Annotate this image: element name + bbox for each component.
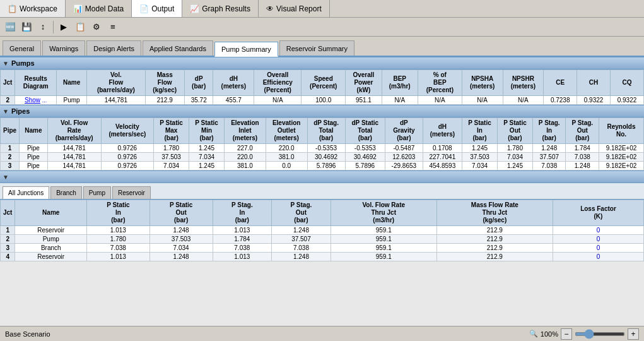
main-content: ▼ Pumps Jct ResultsDiagram Name Vol.Flow… — [0, 57, 644, 341]
pipe-col-reynolds: ReynoldsNo. — [599, 118, 644, 144]
tab-reservoir-summary[interactable]: Reservoir Summary — [279, 40, 354, 56]
pipe-pstin: 37.503 — [462, 153, 498, 162]
jct-massflow: 212.9 — [436, 253, 553, 261]
jct-collapse-arrow: ▼ — [3, 174, 9, 181]
list-button[interactable]: ≡ — [105, 20, 120, 35]
pipe-velocity: 0.9726 — [101, 153, 154, 162]
pipe-dpstagtotal: 5.7896 — [307, 162, 345, 170]
junction-tabs: All Junctions Branch Pump Reservoir — [0, 183, 644, 200]
jct-volflow: 959.1 — [331, 253, 436, 261]
pipe-pstatmax: 37.503 — [154, 153, 189, 162]
pump-col-results: ResultsDiagram — [15, 70, 56, 96]
jct-col-lossfactor: Loss Factor(K) — [553, 200, 643, 226]
pump-col-dh: dH(meters) — [213, 70, 254, 96]
pipe-pstout: 1.245 — [498, 162, 533, 170]
model-icon: 📊 — [73, 4, 83, 13]
jct-name: Reservoir — [15, 253, 87, 261]
pipe-elevout: 220.0 — [266, 144, 307, 153]
pump-col-dp: dP(bar) — [185, 70, 213, 96]
tab-general[interactable]: General — [3, 40, 41, 56]
pump-col-cq: CQ — [611, 70, 644, 96]
pumps-collapse-arrow: ▼ — [3, 60, 9, 67]
pump-beppct: N/A — [418, 96, 462, 105]
eye-icon: 👁 — [266, 4, 274, 13]
jct-lossfactor: 0 — [553, 235, 643, 244]
pump-dh: 455.7 — [213, 96, 254, 105]
junction-table-row: 1 Reservoir 1.013 1.248 1.013 1.248 959.… — [1, 226, 644, 235]
run-button[interactable]: ▶ — [56, 20, 71, 35]
pump-npsha: N/A — [462, 96, 503, 105]
save-button[interactable]: 💾 — [19, 20, 34, 35]
pipe-id: 2 — [1, 153, 20, 162]
zoom-in-button[interactable]: + — [628, 328, 639, 340]
tab-design-alerts[interactable]: Design Alerts — [86, 40, 141, 56]
pipe-velocity: 0.9726 — [101, 144, 154, 153]
pipe-pstatmax: 1.780 — [154, 144, 189, 153]
pipe-col-pstout: P StaticOut(bar) — [498, 118, 533, 144]
pipe-dh: 454.8593 — [423, 162, 462, 170]
junction-table-row: 4 Reservoir 1.013 1.248 1.013 1.248 959.… — [1, 253, 644, 261]
zoom-controls: 🔍 100% − + — [529, 328, 639, 340]
pipe-name: Pipe — [20, 144, 48, 153]
settings-button[interactable]: ⚙ — [89, 20, 104, 35]
pipe-pstagin: 1.248 — [532, 144, 566, 153]
jct-tab-pump[interactable]: Pump — [83, 186, 111, 199]
pump-volflow: 144,781 — [87, 96, 145, 105]
pump-diagram[interactable]: Show ... — [15, 96, 56, 105]
graph-icon: 📈 — [190, 4, 199, 13]
pipes-section-header[interactable]: ▼ Pipes — [0, 105, 644, 117]
pump-jct: 2 — [1, 96, 15, 105]
pipe-pstagin: 7.038 — [532, 162, 566, 170]
tab-workspace[interactable]: 📋 Workspace — [0, 0, 66, 17]
tab-output[interactable]: 📄 Output — [132, 0, 182, 17]
jct-pstin: 1.013 — [87, 226, 150, 235]
jct-col-pstout: P StaticOut(bar) — [149, 200, 213, 226]
jct-lossfactor: 0 — [553, 253, 643, 261]
jct-id: 4 — [1, 253, 15, 261]
jct-tab-branch[interactable]: Branch — [50, 186, 82, 199]
jct-col-id: Jct — [1, 200, 15, 226]
pipe-col-dpgrav: dPGravity(bar) — [385, 118, 423, 144]
jct-massflow: 212.9 — [436, 244, 553, 253]
pipes-table-container: Pipe Name Vol. FlowRate(barrels/day) Vel… — [0, 117, 644, 170]
pump-table: Jct ResultsDiagram Name Vol.Flow(barrels… — [0, 69, 644, 105]
pump-speed: 100.0 — [302, 96, 346, 105]
tab-pump-summary[interactable]: Pump Summary — [214, 42, 278, 57]
tab-warnings[interactable]: Warnings — [42, 40, 85, 56]
tab-graph-results[interactable]: 📈 Graph Results — [182, 0, 259, 17]
jct-pstin: 1.780 — [87, 235, 150, 244]
jct-pstagin: 7.038 — [213, 244, 272, 253]
junction-tabs-container: All Junctions Branch Pump Reservoir Jct … — [0, 183, 644, 261]
pipe-reynolds: 9.182E+02 — [599, 153, 644, 162]
tab-model-data[interactable]: 📊 Model Data — [66, 0, 132, 17]
zoom-out-button[interactable]: − — [561, 328, 572, 340]
pipe-volflow: 144,781 — [47, 144, 101, 153]
jct-name: Reservoir — [15, 226, 87, 235]
jct-tab-all[interactable]: All Junctions — [3, 186, 49, 199]
jct-col-pstagout: P Stag.Out(bar) — [272, 200, 331, 226]
pumps-section-header[interactable]: ▼ Pumps — [0, 57, 644, 69]
pipes-collapse-arrow: ▼ — [3, 108, 9, 115]
jct-name: Pump — [15, 235, 87, 244]
pipe-col-volflow: Vol. FlowRate(barrels/day) — [47, 118, 101, 144]
sort-button[interactable]: ↕ — [35, 20, 50, 35]
junction-table-container: Jct Name P StaticIn(bar) P StaticOut(bar… — [0, 200, 644, 261]
tab-applied-standards[interactable]: Applied Standards — [143, 40, 213, 56]
pipe-dpgrav: 12.6203 — [385, 153, 423, 162]
pipe-name: Pipe — [20, 162, 48, 170]
jct-pstagout: 7.038 — [272, 244, 331, 253]
pump-col-volflow: Vol.Flow(barrels/day) — [87, 70, 145, 96]
pipe-col-pstatmin: P StaticMin(bar) — [189, 118, 225, 144]
junction-section-header[interactable]: ▼ — [0, 170, 644, 183]
pipe-col-elevout: ElevationOutlet(meters) — [266, 118, 307, 144]
pipe-col-pstin: P StaticIn(bar) — [462, 118, 498, 144]
new-button[interactable]: 🆕 — [3, 20, 18, 35]
zoom-slider[interactable] — [575, 332, 625, 336]
tab-visual-report[interactable]: 👁 Visual Report — [259, 0, 330, 17]
pump-efficiency: N/A — [254, 96, 302, 105]
pipe-dpstagtotal: 30.4692 — [307, 153, 345, 162]
copy-button[interactable]: 📋 — [73, 20, 88, 35]
jct-col-pstin: P StaticIn(bar) — [87, 200, 150, 226]
jct-tab-reservoir[interactable]: Reservoir — [112, 186, 151, 199]
pipe-reynolds: 9.182E+02 — [599, 162, 644, 170]
